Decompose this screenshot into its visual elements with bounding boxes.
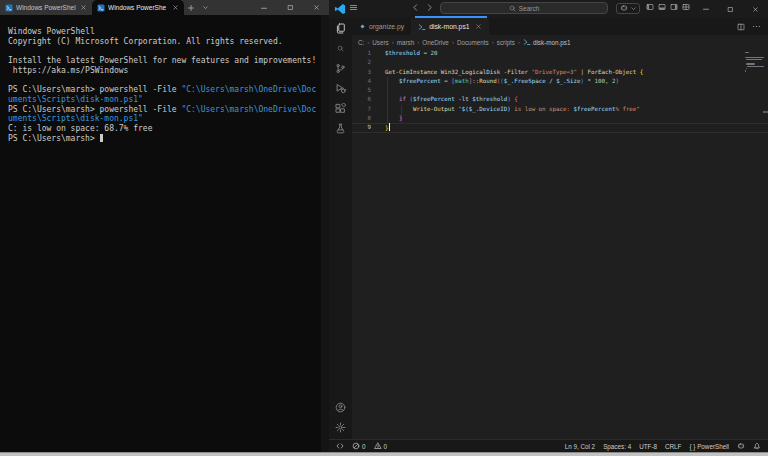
minimap-line: [745, 57, 764, 58]
code-editor[interactable]: 1$threshold = 2023Get-CimInstance Win32_…: [352, 49, 768, 439]
status-spaces-4[interactable]: Spaces: 4: [603, 443, 631, 450]
breadcrumb-separator: ›: [392, 39, 394, 45]
minimap-line: [746, 59, 762, 60]
copilot-button[interactable]: [616, 3, 640, 14]
status-error[interactable]: 0: [352, 442, 366, 450]
close-tab-icon[interactable]: [80, 4, 87, 11]
toggle-secondary-sidebar-icon[interactable]: [670, 3, 678, 11]
copilot-icon: [737, 442, 745, 450]
status-label: CRLF: [665, 443, 681, 450]
maximize-button[interactable]: [718, 0, 743, 18]
code-line-1[interactable]: 1$threshold = 20: [352, 49, 768, 58]
forward-icon[interactable]: [425, 3, 434, 12]
editor-cursor: [389, 123, 390, 131]
close-tab-icon[interactable]: [172, 4, 179, 11]
breadcrumb-item[interactable]: marsh: [397, 39, 415, 46]
code-line-2[interactable]: 2: [352, 58, 768, 67]
sidebar-item-settings[interactable]: [329, 417, 352, 437]
minimize-button[interactable]: [251, 0, 277, 15]
sidebar-item-testing[interactable]: [329, 118, 352, 138]
minimap[interactable]: [745, 52, 765, 73]
tab-label: disk-mon.ps1: [429, 23, 469, 30]
terminal-cursor: [100, 134, 103, 142]
sidebar-item-search[interactable]: [329, 38, 352, 58]
line-number: 9: [352, 123, 371, 132]
status-utf-8[interactable]: UTF-8: [639, 443, 657, 450]
terminal-scrollbar[interactable]: [321, 15, 329, 452]
minimap-line: [746, 63, 755, 64]
status-crlf[interactable]: CRLF: [665, 443, 681, 450]
back-icon[interactable]: [411, 3, 420, 12]
sidebar-item-source-control[interactable]: [329, 58, 352, 78]
account-icon: [335, 402, 346, 413]
status-label: Spaces: 4: [603, 443, 631, 450]
breadcrumb-separator: ›: [367, 39, 369, 45]
breadcrumb-item-file[interactable]: disk-mon.ps1: [523, 38, 570, 46]
status-ln-9-col-2[interactable]: Ln 9, Col 2: [565, 443, 595, 450]
more-actions-icon[interactable]: [752, 22, 761, 31]
close-button[interactable]: [743, 0, 768, 18]
sidebar-item-extensions[interactable]: [329, 98, 352, 118]
terminal-tab-1[interactable]: Windows PowerShel: [0, 0, 92, 15]
breadcrumb-item[interactable]: scripts: [497, 39, 515, 46]
status--powershell[interactable]: { } PowerShell: [689, 443, 729, 450]
breadcrumb: C:›Users›marsh›OneDrive›Documents›script…: [352, 35, 768, 49]
source-control-icon: [335, 63, 346, 74]
status-bell[interactable]: [753, 442, 761, 450]
breadcrumb-item[interactable]: OneDrive: [422, 39, 449, 46]
terminal-tab-2-active[interactable]: Windows PowerShe: [92, 0, 184, 15]
powershell-file-icon: [418, 23, 426, 31]
code-line-4[interactable]: 4 $freePercent = [math]::Round(($_.FreeS…: [352, 77, 768, 86]
terminal-output[interactable]: Windows PowerShellCopyright (C) Microsof…: [0, 15, 329, 143]
status-copilot[interactable]: [737, 442, 745, 450]
minimize-button[interactable]: [693, 0, 718, 18]
tab-label: organize.py: [369, 23, 404, 30]
bell-icon: [753, 442, 761, 450]
close-button[interactable]: [303, 0, 329, 15]
maximize-button[interactable]: [277, 0, 303, 15]
code-line-6[interactable]: 6 if ($freePercent -lt $threshold) {: [352, 95, 768, 104]
close-tab-icon[interactable]: [475, 23, 482, 30]
code-line-5[interactable]: 5: [352, 86, 768, 95]
terminal-line: PS C:\Users\marsh>: [8, 134, 329, 144]
code-line-9[interactable]: 9}: [352, 123, 768, 132]
split-editor-icon[interactable]: [737, 23, 745, 31]
status-label: Ln 9, Col 2: [565, 443, 595, 450]
breadcrumb-item[interactable]: C:: [358, 39, 364, 46]
error-icon: [352, 442, 360, 450]
breadcrumb-item[interactable]: Users: [372, 39, 388, 46]
terminal-window: Windows PowerShel Windows PowerShe Windo…: [0, 0, 329, 452]
line-number: 2: [352, 58, 371, 67]
overview-ruler-marker: [763, 111, 768, 113]
menu-icon[interactable]: [349, 3, 358, 12]
line-number: 3: [352, 68, 371, 77]
search-input[interactable]: Search: [440, 2, 608, 14]
powershell-file-icon: [523, 38, 531, 46]
python-file-icon: [359, 23, 366, 30]
code-line-8[interactable]: 8 }: [352, 114, 768, 123]
breadcrumb-item[interactable]: Documents: [457, 39, 489, 46]
terminal-tab-label: Windows PowerShe: [108, 4, 169, 11]
customize-layout-icon[interactable]: [682, 3, 690, 11]
terminal-line: Copyright (C) Microsoft Corporation. All…: [8, 37, 329, 47]
sidebar-item-run-debug[interactable]: [329, 78, 352, 98]
status-bar: 00 Ln 9, Col 2Spaces: 4UTF-8CRLF{ } Powe…: [329, 439, 768, 452]
tab-disk-mon-ps1[interactable]: disk-mon.ps1: [411, 18, 488, 35]
tab-dropdown-button[interactable]: [198, 0, 212, 15]
sidebar-item-account[interactable]: [329, 397, 352, 417]
sidebar-item-explorer[interactable]: [329, 18, 352, 38]
tab-organize-py[interactable]: organize.py: [352, 18, 411, 35]
code-line-3[interactable]: 3Get-CimInstance Win32_LogicalDisk -Filt…: [352, 68, 768, 77]
warning-icon: [374, 442, 382, 450]
minimap-line: [747, 66, 764, 67]
breadcrumb-separator: ›: [452, 39, 454, 45]
toggle-panel-icon[interactable]: [658, 3, 666, 11]
line-number: 4: [352, 77, 371, 86]
toggle-sidebar-icon[interactable]: [646, 3, 654, 11]
new-tab-button[interactable]: [184, 0, 198, 15]
line-number: 8: [352, 114, 371, 123]
status-remote[interactable]: [336, 442, 344, 450]
status-warning[interactable]: 0: [374, 442, 388, 450]
code-line-7[interactable]: 7 Write-Output "$($_.DeviceID) is low on…: [352, 105, 768, 114]
line-number: 7: [352, 105, 371, 114]
